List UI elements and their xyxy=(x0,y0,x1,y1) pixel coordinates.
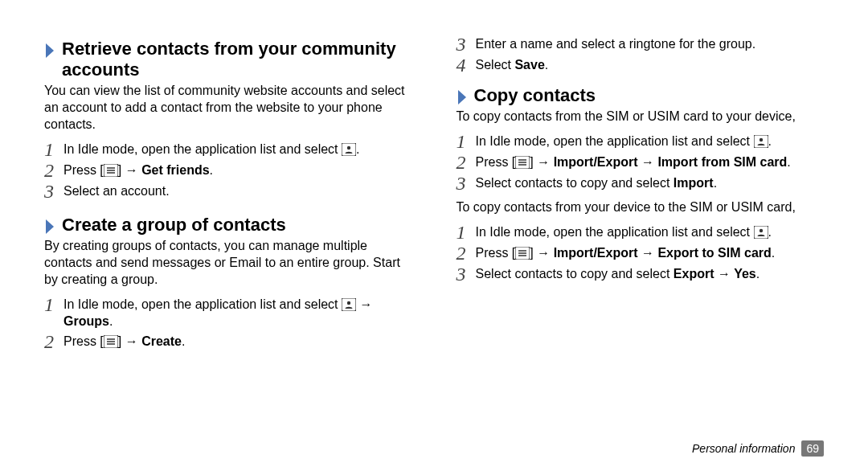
step-number: 2 xyxy=(457,244,476,262)
step-number: 3 xyxy=(44,182,63,200)
heading-text: Copy contacts xyxy=(474,85,596,106)
heading-retrieve-contacts: Retrieve contacts from your community ac… xyxy=(44,39,412,80)
heading-copy-contacts: Copy contacts xyxy=(457,85,825,106)
step: 1 In Idle mode, open the application lis… xyxy=(457,223,825,241)
step: 3 Select an account. xyxy=(44,182,412,200)
step: 1 In Idle mode, open the application lis… xyxy=(457,133,825,150)
contacts-icon xyxy=(342,143,356,156)
page-number: 69 xyxy=(801,440,824,457)
step-body: Press [] → Import/Export → Export to SIM… xyxy=(476,244,825,261)
heading-create-group: Create a group of contacts xyxy=(44,215,412,236)
menu-icon xyxy=(104,335,118,348)
footer-section-name: Personal information xyxy=(692,442,795,455)
step-body: Select contacts to copy and select Impor… xyxy=(476,174,825,191)
step-body: Press [] → Import/Export → Import from S… xyxy=(476,154,825,170)
step-number: 1 xyxy=(457,223,476,241)
step: 3 Select contacts to copy and select Exp… xyxy=(457,265,825,283)
svg-point-22 xyxy=(759,229,762,232)
step-number: 3 xyxy=(457,174,476,192)
menu-icon xyxy=(515,156,530,169)
svg-marker-7 xyxy=(46,219,54,234)
step: 2 Press [] → Create. xyxy=(44,333,412,350)
contacts-icon xyxy=(754,135,768,148)
svg-marker-0 xyxy=(46,43,54,58)
step: 4 Select Save. xyxy=(457,56,825,74)
heading-text: Create a group of contacts xyxy=(62,215,286,236)
menu-icon xyxy=(104,164,118,177)
step-body: In Idle mode, open the application list … xyxy=(476,223,825,240)
step-body: Select contacts to copy and select Expor… xyxy=(476,265,825,282)
step: 3 Enter a name and select a ringtone for… xyxy=(457,35,825,53)
intro-text: By creating groups of contacts, you can … xyxy=(44,237,412,288)
step-number: 3 xyxy=(457,265,476,283)
step: 2 Press [] → Import/Export → Import from… xyxy=(457,154,825,171)
svg-point-2 xyxy=(347,146,350,149)
contacts-icon xyxy=(754,226,768,239)
step-body: Enter a name and select a ringtone for t… xyxy=(476,35,825,52)
step-number: 1 xyxy=(457,133,476,150)
step-body: In Idle mode, open the application list … xyxy=(63,141,412,158)
step-number: 1 xyxy=(44,296,63,313)
chevron-icon xyxy=(457,88,468,106)
svg-marker-14 xyxy=(458,90,466,104)
chevron-icon xyxy=(44,218,55,236)
step-body: In Idle mode, open the application list … xyxy=(63,296,412,330)
right-column: 3 Enter a name and select a ringtone for… xyxy=(457,32,825,354)
left-column: Retrieve contacts from your community ac… xyxy=(44,32,412,354)
step-body: Select an account. xyxy=(63,182,412,199)
step-body: Select Save. xyxy=(476,56,825,73)
intro-text: To copy contacts from the SIM or USIM ca… xyxy=(457,108,825,125)
chevron-icon xyxy=(44,42,55,59)
step-number: 4 xyxy=(457,56,476,74)
step: 3 Select contacts to copy and select Imp… xyxy=(457,174,825,192)
step-body: Press [] → Get friends. xyxy=(63,162,412,178)
step: 2 Press [] → Get friends. xyxy=(44,162,412,179)
step-number: 3 xyxy=(457,35,476,53)
intro-text: To copy contacts from your device to the… xyxy=(457,199,825,215)
page-footer: Personal information 69 xyxy=(692,440,824,457)
step-number: 2 xyxy=(44,162,63,179)
contacts-icon xyxy=(342,298,356,311)
step: 1 In Idle mode, open the application lis… xyxy=(44,141,412,158)
intro-text: You can view the list of community websi… xyxy=(44,82,412,133)
step-number: 2 xyxy=(44,333,63,350)
svg-point-9 xyxy=(347,301,350,305)
svg-point-16 xyxy=(759,138,762,141)
step-number: 1 xyxy=(44,141,63,158)
menu-icon xyxy=(515,247,530,260)
step: 1 In Idle mode, open the application lis… xyxy=(44,296,412,330)
step-number: 2 xyxy=(457,154,476,171)
heading-text: Retrieve contacts from your community ac… xyxy=(62,39,412,80)
step: 2 Press [] → Import/Export → Export to S… xyxy=(457,244,825,262)
step-body: Press [] → Create. xyxy=(63,333,412,350)
step-body: In Idle mode, open the application list … xyxy=(476,133,825,149)
